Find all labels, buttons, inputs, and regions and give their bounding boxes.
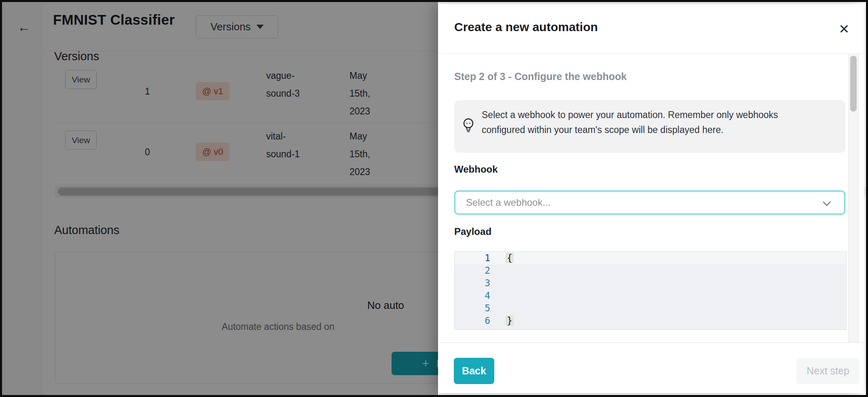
line-code: [494, 289, 506, 302]
close-icon[interactable]: ✕: [834, 19, 855, 40]
line-number: 6: [455, 315, 494, 327]
line-code: [494, 302, 506, 315]
line-number: 3: [455, 277, 494, 289]
line-number: 1: [455, 252, 494, 264]
webhook-label: Webhook: [454, 164, 498, 175]
payload-code-editor[interactable]: 1{23456}: [454, 251, 847, 330]
editor-line[interactable]: 4: [455, 289, 846, 302]
modal-title: Create a new automation: [454, 20, 598, 34]
modal-footer-divider: [438, 342, 864, 343]
editor-line[interactable]: 2: [455, 264, 846, 277]
info-callout-text: Select a webhook to power your automatio…: [482, 108, 778, 137]
modal-overlay[interactable]: [2, 2, 438, 397]
line-number: 4: [455, 289, 494, 302]
modal-scrollbar-thumb[interactable]: [850, 56, 857, 112]
modal-scrollbar-track[interactable]: [848, 53, 859, 342]
lightbulb-icon: [462, 117, 475, 136]
next-step-button[interactable]: Next step: [796, 358, 860, 384]
editor-line[interactable]: 1{: [455, 252, 846, 264]
webhook-select[interactable]: Select a webhook...: [454, 190, 845, 215]
create-automation-modal: Create a new automation ✕ Step 2 of 3 - …: [438, 4, 864, 393]
editor-line[interactable]: 6}: [455, 315, 846, 327]
line-number: 2: [455, 264, 494, 277]
step-heading: Step 2 of 3 - Configure the webhook: [454, 71, 627, 82]
line-code: }: [494, 315, 514, 327]
line-code: [494, 264, 506, 277]
webhook-select-placeholder: Select a webhook...: [466, 197, 550, 208]
editor-line[interactable]: 5: [455, 302, 846, 315]
line-code: {: [494, 252, 514, 264]
back-button[interactable]: Back: [454, 358, 494, 384]
payload-label: Payload: [454, 226, 491, 237]
screen: ← FMNIST Classifier Versions Versions Vi…: [0, 0, 868, 397]
modal-header-divider: [438, 53, 864, 54]
line-code: [494, 277, 506, 289]
editor-line[interactable]: 3: [455, 277, 846, 289]
chevron-down-icon: [821, 199, 833, 209]
line-number: 5: [455, 302, 494, 315]
